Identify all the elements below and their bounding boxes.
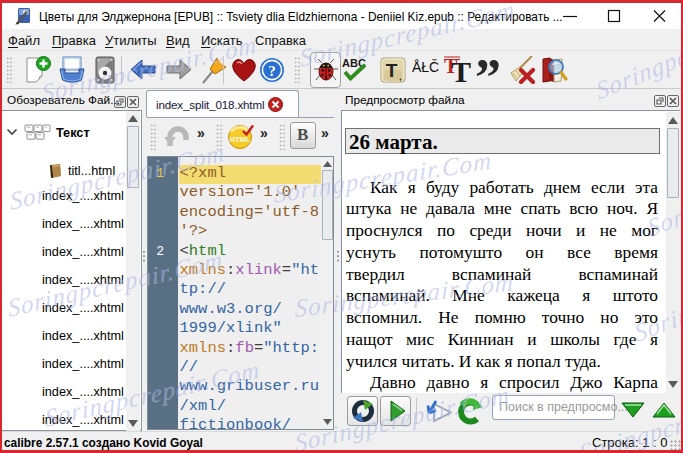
svg-text:,: , xyxy=(399,69,402,83)
svg-text:?: ? xyxy=(268,63,276,79)
svg-text:T: T xyxy=(451,56,471,84)
svg-text:HTML: HTML xyxy=(230,135,251,144)
svg-text:T: T xyxy=(386,60,398,81)
